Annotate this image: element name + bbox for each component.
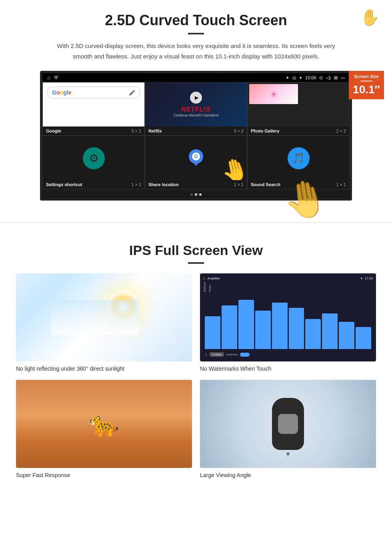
touch-hand-icon: 🤚 — [218, 154, 247, 180]
sound-label-row: Sound Search 1 × 1 — [248, 180, 349, 189]
amp-fader-label: Fader — [208, 282, 211, 292]
amp-labels: Balance Fader — [203, 282, 373, 292]
cheetah-caption: Super Fast Response — [16, 472, 192, 478]
netflix-label-size: 3 × 2 — [234, 128, 244, 133]
google-label-name: Google — [46, 128, 61, 133]
cheetah-visual: 🐆 — [16, 380, 192, 468]
google-label-size: 3 × 1 — [131, 128, 141, 133]
section2-title: IPS Full Screen View — [16, 243, 376, 258]
share-thumb: G 🤚 — [145, 136, 247, 180]
ips-underline — [188, 262, 204, 264]
netflix-play-btn[interactable] — [190, 92, 202, 104]
netflix-bg: NETFLIX Continue Marvel's Daredevil — [145, 82, 247, 126]
section1-title: 2.5D Curved Touch Screen — [24, 12, 368, 29]
eq-bar-4 — [255, 311, 271, 349]
status-time: 15:06 — [305, 75, 316, 80]
amp-home-icon: ⌂ — [203, 277, 205, 280]
sunlight-visual — [16, 273, 192, 361]
device-screen: ⌂ Ψ ✶ ◎ ▾ 15:06 ⊙ ◁) ⊠ ▭ — [40, 71, 352, 201]
share-label-name: Share location — [148, 182, 179, 187]
eq-bar-5 — [272, 303, 288, 349]
netflix-thumb: NETFLIX Continue Marvel's Daredevil — [145, 82, 247, 126]
amp-footer: ⟨⟨ Custom loudness — [203, 351, 373, 358]
google-thumb: Google 🎤 — [43, 82, 144, 126]
gallery-thumb: 🌸 — [248, 82, 349, 126]
title-underline — [188, 33, 204, 34]
nav-dot-1[interactable] — [190, 193, 193, 196]
feature-sunlight: No light reflecting under 360° direct su… — [16, 273, 192, 372]
eq-bar-3 — [238, 300, 254, 349]
nav-dot-2[interactable] — [195, 193, 197, 196]
section1-description: With 2.5D curved-display screen, this de… — [56, 41, 336, 61]
share-label-size: 1 × 1 — [234, 182, 244, 187]
volume-icon: ◁) — [326, 75, 331, 80]
badge-size: 10.1″ — [353, 83, 380, 96]
app-cell-netflix[interactable]: NETFLIX Continue Marvel's Daredevil Netf… — [145, 82, 247, 136]
status-bar: ⌂ Ψ ✶ ◎ ▾ 15:06 ⊙ ◁) ⊠ ▭ — [42, 73, 350, 82]
app-grid: Google 🎤 Google 3 × 1 — [42, 82, 350, 189]
car-image: ▼ — [200, 380, 376, 468]
amp-custom-btn[interactable]: Custom — [210, 352, 224, 357]
maps-marker-icon: G — [188, 149, 204, 168]
eq-bar-1 — [205, 316, 220, 349]
amp-time: 17:33 — [365, 277, 373, 280]
nav-dot-3[interactable] — [199, 193, 202, 196]
nav-dots — [42, 193, 350, 196]
amp-toggle[interactable] — [240, 353, 250, 357]
status-bar-left: ⌂ Ψ — [47, 75, 58, 80]
svg-marker-3 — [193, 161, 199, 166]
camera-icon: ⊙ — [319, 75, 323, 80]
sunlight-caption: No light reflecting under 360° direct su… — [16, 365, 192, 372]
app-cell-gallery[interactable]: 🌸 Photo Gallery 2 × 2 — [247, 82, 350, 136]
netflix-logo: NETFLIX — [181, 106, 211, 113]
settings-label-size: 1 × 1 — [131, 182, 141, 187]
share-label-row: Share location 1 × 1 — [145, 180, 247, 189]
amplifier-image: ⌂ Amplifier ·· ▾ 17:33 Balance Fader — [200, 273, 376, 361]
settings-label-name: Settings shortcut — [46, 182, 82, 187]
wifi-icon: ▾ — [300, 75, 302, 80]
feature-watermarks: ⌂ Amplifier ·· ▾ 17:33 Balance Fader — [200, 273, 376, 372]
netflix-subtitle: Continue Marvel's Daredevil — [174, 113, 218, 117]
amp-dots: ·· — [357, 277, 358, 280]
settings-icon: ⚙ — [83, 147, 105, 169]
gallery-label-name: Photo Gallery — [251, 128, 280, 133]
amp-eq-bars: ✋ — [203, 293, 373, 351]
google-logo: Google — [52, 89, 71, 96]
car-window — [278, 414, 298, 434]
app-cell-settings[interactable]: ⚙ Settings shortcut 1 × 1 — [42, 136, 145, 189]
section-curved-screen: 2.5D Curved Touch Screen With 2.5D curve… — [0, 0, 392, 210]
eq-bar-9 — [339, 322, 354, 349]
eq-bar-7 — [305, 319, 321, 349]
app-cell-share[interactable]: G 🤚 Share location 1 × 1 — [145, 136, 247, 189]
sound-thumb: 🎵 — [248, 136, 349, 180]
google-searchbar[interactable]: Google 🎤 — [47, 86, 140, 98]
feature-cheetah: 🐆 Super Fast Response — [16, 380, 192, 478]
usb-icon: Ψ — [54, 75, 58, 80]
netflix-label-row: Netflix 3 × 2 — [145, 126, 247, 135]
app-cell-sound[interactable]: 🎵 Sound Search 1 × 1 — [247, 136, 350, 189]
svg-text:G: G — [194, 154, 198, 159]
car-visual: ▼ — [200, 380, 376, 468]
amp-loudness-label: loudness — [226, 353, 238, 356]
netflix-label-name: Netflix — [148, 128, 162, 133]
app-cell-google[interactable]: Google 🎤 Google 3 × 1 — [42, 82, 145, 136]
section-divider — [0, 222, 392, 223]
car-shape: ▼ — [272, 398, 304, 450]
sound-label-name: Sound Search — [251, 182, 280, 187]
location-icon: ◎ — [292, 75, 296, 80]
section-ips: IPS Full Screen View No light reflecting… — [0, 235, 392, 490]
light-effect — [51, 300, 139, 335]
amplifier-visual: ⌂ Amplifier ·· ▾ 17:33 Balance Fader — [200, 273, 376, 361]
amp-header: ⌂ Amplifier ·· ▾ 17:33 — [203, 277, 373, 280]
gallery-label-row: Photo Gallery 2 × 2 — [248, 126, 349, 135]
google-label-row: Google 3 × 1 — [43, 126, 144, 135]
gallery-flower: 🌸 — [249, 84, 298, 104]
eq-bar-6 — [289, 308, 304, 349]
sound-search-icon: 🎵 — [288, 147, 310, 169]
settings-label-row: Settings shortcut 1 × 1 — [43, 180, 144, 189]
settings-thumb: ⚙ — [43, 136, 144, 180]
amp-back-icon: ⟨⟨ — [205, 353, 207, 356]
sound-label-size: 1 × 1 — [336, 182, 346, 187]
x-icon: ⊠ — [334, 75, 338, 80]
cheetah-image: 🐆 — [16, 380, 192, 468]
